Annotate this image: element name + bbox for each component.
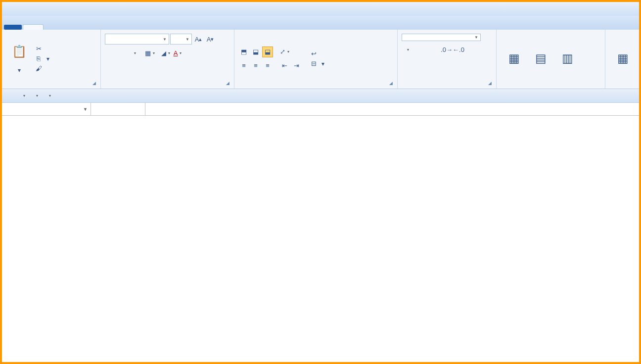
font-size-combo[interactable]: ▼: [170, 34, 192, 45]
title-bar: [2, 2, 639, 16]
comma-button[interactable]: [425, 44, 436, 55]
cond-format-icon: ▦: [506, 50, 522, 66]
quick-access-toolbar: ▾ ▾ ▾: [2, 89, 639, 103]
wrap-icon: ↩: [310, 50, 318, 58]
formula-input[interactable]: [145, 103, 639, 115]
tab-home[interactable]: [23, 24, 44, 30]
copy-button[interactable]: ⎘ ▾: [33, 54, 51, 63]
tab-add-ins[interactable]: [162, 25, 182, 30]
format-painter-button[interactable]: 🖌: [33, 64, 51, 73]
tab-data[interactable]: [103, 25, 123, 30]
font-name-combo[interactable]: ▼: [105, 34, 169, 45]
tab-view[interactable]: [142, 25, 162, 30]
merge-center-button[interactable]: ⊟ ▾: [308, 59, 326, 68]
align-right-button[interactable]: ≡: [262, 60, 273, 71]
bold-button[interactable]: [105, 47, 116, 58]
insert-icon: ▦: [615, 50, 631, 66]
ribbon: 📋 ▾ ✂ ⎘ ▾ 🖌 ◢ ▼ ▼ A▴ A▾ ▾: [2, 30, 639, 89]
align-center-button[interactable]: ≡: [250, 60, 261, 71]
align-left-button[interactable]: ≡: [238, 60, 249, 71]
alignment-dialog-launcher[interactable]: ◢: [389, 81, 395, 87]
currency-button[interactable]: ▾: [402, 44, 412, 55]
insert-cells-button[interactable]: ▦: [609, 49, 636, 68]
group-label-clipboard: [6, 86, 96, 88]
number-dialog-launcher[interactable]: ◢: [488, 81, 494, 87]
table-icon: ▤: [533, 50, 549, 66]
font-color-button[interactable]: A▾: [172, 47, 183, 58]
tab-review[interactable]: [123, 25, 142, 30]
save-button[interactable]: [5, 91, 16, 101]
group-label-number: [402, 86, 492, 88]
clipboard-dialog-launcher[interactable]: ◢: [92, 81, 98, 87]
tab-insert[interactable]: [44, 25, 63, 30]
tab-formulas[interactable]: [83, 25, 103, 30]
bucket-icon: ◢: [161, 49, 166, 57]
group-clipboard: 📋 ▾ ✂ ⎘ ▾ 🖌 ◢: [2, 30, 101, 89]
cell-styles-icon: ▥: [559, 50, 575, 66]
chevron-down-icon: ▼: [83, 107, 88, 112]
group-styles: ▦ ▤ ▥: [497, 30, 605, 89]
underline-button[interactable]: ▾: [129, 47, 139, 58]
name-box[interactable]: ▼: [2, 103, 91, 115]
undo-button[interactable]: ▾: [18, 91, 29, 101]
group-alignment: ⬒ ⬓ ⬓ ⤢▾ ≡ ≡ ≡ ⇤ ⇥ ↩ ⊟ ▾: [234, 30, 398, 89]
cell-styles-button[interactable]: ▥: [554, 49, 581, 68]
tab-page-layout[interactable]: [63, 25, 83, 30]
increase-decimal-button[interactable]: .0→: [441, 44, 452, 55]
number-format-combo[interactable]: ▼: [402, 34, 481, 41]
chevron-down-icon: ▼: [474, 35, 478, 40]
chevron-down-icon: ▼: [185, 37, 189, 42]
merge-icon: ⊟: [310, 60, 318, 68]
wrap-text-button[interactable]: ↩: [308, 49, 326, 58]
font-dialog-launcher[interactable]: ◢: [226, 81, 232, 87]
ribbon-tabs: [2, 16, 639, 30]
format-as-table-button[interactable]: ▤: [527, 49, 554, 68]
qat-customize[interactable]: ▾: [44, 91, 54, 101]
group-label-alignment: [238, 86, 393, 88]
group-label-font: [105, 86, 230, 88]
conditional-formatting-button[interactable]: ▦: [501, 49, 527, 68]
group-label-styles: [501, 86, 601, 88]
fx-button[interactable]: [91, 103, 145, 115]
redo-button[interactable]: ▾: [31, 91, 42, 101]
border-button[interactable]: ▦▾: [144, 47, 155, 58]
group-cells: ▦: [605, 30, 635, 89]
orientation-button[interactable]: ⤢▾: [279, 46, 290, 57]
percent-button[interactable]: [413, 44, 424, 55]
align-bottom-button[interactable]: ⬓: [262, 46, 273, 57]
paste-icon: 📋: [11, 44, 27, 59]
increase-indent-button[interactable]: ⇥: [291, 60, 302, 71]
file-tab[interactable]: [4, 25, 22, 30]
chevron-down-icon: ▼: [163, 37, 167, 42]
align-top-button[interactable]: ⬒: [238, 46, 249, 57]
copy-icon: ⎘: [35, 55, 43, 63]
tab-team[interactable]: [182, 25, 202, 30]
font-color-icon: A: [174, 49, 178, 57]
fill-color-button[interactable]: ◢▾: [160, 47, 171, 58]
paste-button[interactable]: 📋 ▾: [6, 43, 33, 74]
cut-button[interactable]: ✂: [33, 45, 51, 53]
italic-button[interactable]: [117, 47, 128, 58]
brush-icon: 🖌: [35, 65, 43, 73]
decrease-indent-button[interactable]: ⇤: [279, 60, 290, 71]
decrease-decimal-button[interactable]: ←.0: [453, 44, 464, 55]
group-font: ▼ ▼ A▴ A▾ ▾ ▦▾ ◢▾ A▾ ◢: [101, 30, 234, 89]
decrease-font-button[interactable]: A▾: [205, 34, 216, 45]
group-number: ▼ ▾ .0→ ←.0 ◢: [398, 30, 497, 89]
align-middle-button[interactable]: ⬓: [250, 46, 261, 57]
cut-icon: ✂: [35, 45, 43, 53]
increase-font-button[interactable]: A▴: [193, 34, 204, 45]
formula-bar: ▼: [2, 103, 639, 116]
